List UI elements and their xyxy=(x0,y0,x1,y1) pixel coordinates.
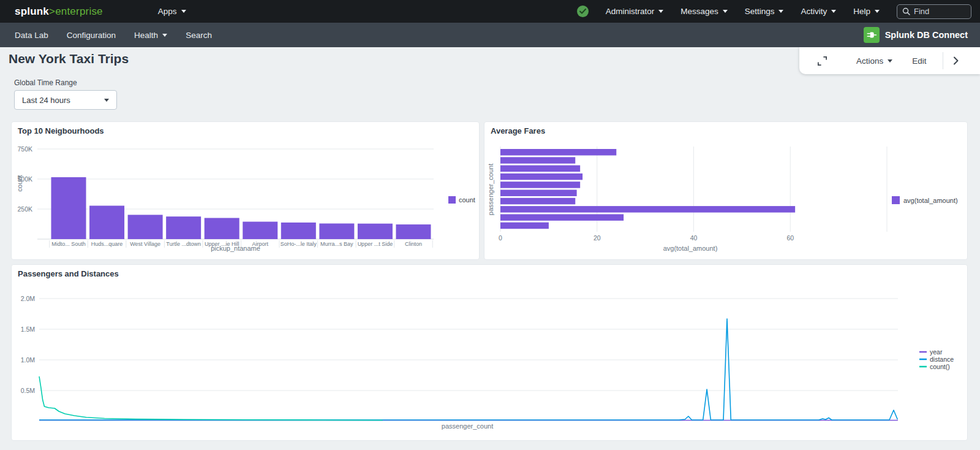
svg-text:distance: distance xyxy=(930,356,954,363)
app-navbar: Data Lab Configuration Health Search Spl… xyxy=(0,23,980,47)
time-range-dropdown[interactable]: Last 24 hours xyxy=(14,90,117,110)
apps-menu-label: Apps xyxy=(158,7,177,16)
page-title: New York Taxi Trips xyxy=(9,51,129,66)
find-search-box[interactable] xyxy=(897,4,971,19)
search-icon xyxy=(902,7,910,15)
nav-data-lab[interactable]: Data Lab xyxy=(15,31,48,40)
svg-text:20: 20 xyxy=(594,234,601,242)
svg-text:pickup_ntaname: pickup_ntaname xyxy=(211,245,260,252)
app-identity: Splunk DB Connect xyxy=(864,27,968,43)
time-range-label: Global Time Range xyxy=(14,78,77,87)
topbar-right: Administrator Messages Settings Activity… xyxy=(577,4,971,19)
chevron-down-icon xyxy=(181,10,186,13)
chart-top10-svg: 250K500K750KMidto... SouthHuds...quareWe… xyxy=(12,122,480,261)
fullscreen-button[interactable] xyxy=(816,55,828,67)
chevron-down-icon xyxy=(658,10,663,13)
svg-text:Upper ...t Side: Upper ...t Side xyxy=(358,241,393,247)
menu-messages-label: Messages xyxy=(680,7,718,16)
chevron-down-icon xyxy=(162,34,167,37)
menu-administrator-label: Administrator xyxy=(606,7,655,16)
svg-text:60: 60 xyxy=(786,234,794,242)
svg-text:Midto... South: Midto... South xyxy=(51,241,86,247)
menu-settings-label: Settings xyxy=(745,7,775,16)
panel-passengers-distances: Passengers and Distances 2.0M1.5M1.0M0.5… xyxy=(11,264,968,441)
check-icon xyxy=(579,9,586,14)
panel-average-fares: Average Fares 0204060avg(total_amount)pa… xyxy=(484,121,968,260)
dashboard-toolbar: Actions Edit xyxy=(799,47,980,74)
chevron-down-icon xyxy=(778,10,783,13)
svg-text:count(): count() xyxy=(930,363,950,370)
svg-text:year: year xyxy=(930,348,943,356)
svg-text:2.0M: 2.0M xyxy=(21,295,35,302)
chevron-down-icon xyxy=(723,10,728,13)
svg-text:0: 0 xyxy=(499,234,502,242)
menu-help-label: Help xyxy=(853,7,870,16)
nav-data-lab-label: Data Lab xyxy=(15,31,48,40)
top-navbar: splunk>enterprise Apps Administrator Mes… xyxy=(0,0,980,23)
chevron-down-icon xyxy=(875,10,880,13)
chart-title: Top 10 Neigbourhoods xyxy=(18,126,104,135)
edit-button-label: Edit xyxy=(912,56,926,66)
svg-text:Murra...s Bay: Murra...s Bay xyxy=(320,241,353,247)
nav-search[interactable]: Search xyxy=(186,31,212,40)
svg-text:count: count xyxy=(459,196,475,204)
svg-text:avg(total_amount): avg(total_amount) xyxy=(903,197,958,204)
menu-activity[interactable]: Activity xyxy=(801,7,836,16)
nav-configuration[interactable]: Configuration xyxy=(67,31,116,40)
svg-text:40: 40 xyxy=(690,234,698,242)
nav-search-label: Search xyxy=(186,31,212,40)
chart-title: Passengers and Distances xyxy=(18,269,119,278)
chevron-down-icon xyxy=(104,99,109,102)
menu-help[interactable]: Help xyxy=(853,7,880,16)
expand-icon xyxy=(816,55,828,67)
nav-configuration-label: Configuration xyxy=(67,31,116,40)
db-connect-plug-icon xyxy=(864,27,880,43)
svg-text:750K: 750K xyxy=(17,145,32,153)
menu-messages[interactable]: Messages xyxy=(680,7,728,16)
svg-text:SoHo-...le Italy: SoHo-...le Italy xyxy=(281,241,317,247)
chevron-down-icon xyxy=(831,10,836,13)
panel-top10-neighbourhoods: Top 10 Neigbourhoods 250K500K750KMidto..… xyxy=(11,121,480,260)
chart-fares-svg: 0204060avg(total_amount)passenger_counta… xyxy=(484,122,968,261)
chevron-down-icon xyxy=(888,59,892,63)
svg-text:250K: 250K xyxy=(17,205,32,213)
svg-text:Clinton: Clinton xyxy=(405,241,422,247)
logo-splunk: splunk xyxy=(15,6,49,17)
svg-text:0.5M: 0.5M xyxy=(21,387,35,394)
svg-text:West Village: West Village xyxy=(130,241,160,247)
nav-health[interactable]: Health xyxy=(134,31,167,40)
menu-settings[interactable]: Settings xyxy=(745,7,784,16)
toolbar-divider xyxy=(943,52,943,69)
splunk-dashboard-page: splunk>enterprise Apps Administrator Mes… xyxy=(0,0,980,450)
menu-activity-label: Activity xyxy=(801,7,827,16)
logo-product: enterprise xyxy=(55,6,103,17)
svg-text:Huds...quare: Huds...quare xyxy=(91,241,123,247)
edit-button[interactable]: Edit xyxy=(912,56,926,66)
svg-text:Turtle ...dtown: Turtle ...dtown xyxy=(166,241,201,247)
collapse-toolbar-button[interactable] xyxy=(953,56,959,65)
actions-button-label: Actions xyxy=(856,56,883,66)
svg-text:count: count xyxy=(16,175,23,192)
chart-passengers-svg: 2.0M1.5M1.0M0.5Mpassenger_countyeardista… xyxy=(12,265,968,441)
chevron-right-icon xyxy=(953,56,959,65)
svg-text:passenger_count: passenger_count xyxy=(487,164,494,215)
app-name: Splunk DB Connect xyxy=(885,30,968,40)
svg-text:avg(total_amount): avg(total_amount) xyxy=(663,245,718,252)
svg-text:1.0M: 1.0M xyxy=(21,356,35,364)
time-range-value: Last 24 hours xyxy=(22,96,70,105)
svg-text:passenger_count: passenger_count xyxy=(442,422,493,430)
chart-title: Average Fares xyxy=(491,126,545,135)
logo-gt: > xyxy=(49,6,55,17)
nav-health-label: Health xyxy=(134,31,158,40)
svg-text:1.5M: 1.5M xyxy=(21,326,35,333)
apps-menu[interactable]: Apps xyxy=(158,7,186,16)
menu-administrator[interactable]: Administrator xyxy=(606,7,664,16)
health-status-icon[interactable] xyxy=(577,6,589,17)
splunk-logo[interactable]: splunk>enterprise xyxy=(15,6,103,18)
actions-button[interactable]: Actions xyxy=(856,56,892,66)
find-input[interactable] xyxy=(914,7,963,16)
